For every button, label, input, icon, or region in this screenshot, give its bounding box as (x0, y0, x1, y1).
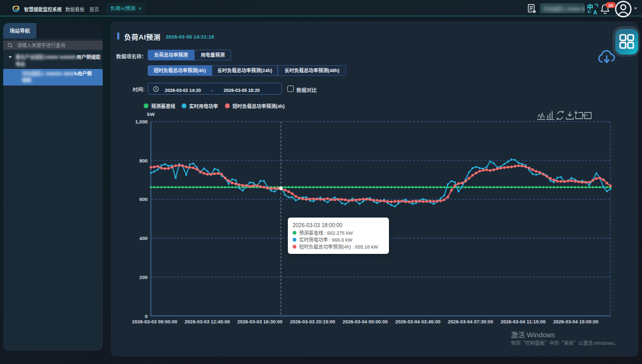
svg-text:中: 中 (587, 3, 593, 11)
svg-text:A: A (593, 10, 597, 15)
